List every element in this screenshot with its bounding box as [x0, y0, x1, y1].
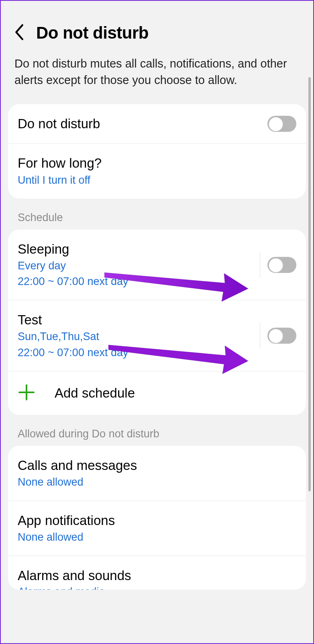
- allowed-sub: None allowed: [18, 475, 296, 489]
- allowed-title: Calls and messages: [18, 457, 296, 474]
- allowed-title: Alarms and sounds: [18, 567, 296, 584]
- row-duration[interactable]: For how long? Until I turn it off: [8, 143, 306, 198]
- row-alarms-sounds[interactable]: Alarms and sounds Alarms and media: [8, 556, 306, 589]
- allowed-title: App notifications: [18, 512, 296, 529]
- allowed-sub: Alarms and media: [18, 586, 296, 590]
- schedule-name: Test: [18, 312, 256, 328]
- schedule-days: Every day: [18, 259, 256, 273]
- duration-label: For how long?: [18, 155, 296, 171]
- page-description: Do not disturb mutes all calls, notifica…: [8, 53, 306, 104]
- schedule-item-sleeping[interactable]: Sleeping Every day 22:00 ~ 07:00 next da…: [8, 230, 306, 300]
- header-bar: Do not disturb: [8, 9, 306, 53]
- row-dnd-toggle[interactable]: Do not disturb: [8, 104, 306, 143]
- schedule-time: 22:00 ~ 07:00 next day: [18, 346, 256, 360]
- section-header-allowed: Allowed during Do not disturb: [8, 415, 306, 446]
- schedule-time: 22:00 ~ 07:00 next day: [18, 275, 256, 289]
- row-calls-messages[interactable]: Calls and messages None allowed: [8, 446, 306, 500]
- dnd-toggle-label: Do not disturb: [18, 115, 267, 132]
- schedule-name: Sleeping: [18, 241, 256, 257]
- schedule-item-test[interactable]: Test Sun,Tue,Thu,Sat 22:00 ~ 07:00 next …: [8, 300, 306, 371]
- card-allowed: Calls and messages None allowed App noti…: [8, 446, 306, 590]
- add-schedule-button[interactable]: Add schedule: [8, 371, 306, 415]
- card-schedule: Sleeping Every day 22:00 ~ 07:00 next da…: [8, 230, 306, 415]
- divider: [260, 252, 260, 278]
- back-icon[interactable]: [13, 23, 25, 43]
- plus-icon: [18, 384, 35, 403]
- duration-value: Until I turn it off: [18, 173, 296, 187]
- allowed-sub: None allowed: [18, 530, 296, 544]
- schedule-days: Sun,Tue,Thu,Sat: [18, 330, 256, 344]
- card-main: Do not disturb For how long? Until I tur…: [8, 104, 306, 199]
- divider: [260, 323, 260, 349]
- schedule-toggle-test[interactable]: [267, 328, 296, 344]
- row-app-notifications[interactable]: App notifications None allowed: [8, 500, 306, 556]
- schedule-toggle-sleeping[interactable]: [267, 257, 296, 273]
- add-schedule-label: Add schedule: [55, 386, 135, 401]
- section-header-schedule: Schedule: [8, 199, 306, 230]
- scroll-indicator: [308, 77, 311, 491]
- dnd-toggle[interactable]: [267, 116, 296, 132]
- page-title: Do not disturb: [36, 23, 149, 43]
